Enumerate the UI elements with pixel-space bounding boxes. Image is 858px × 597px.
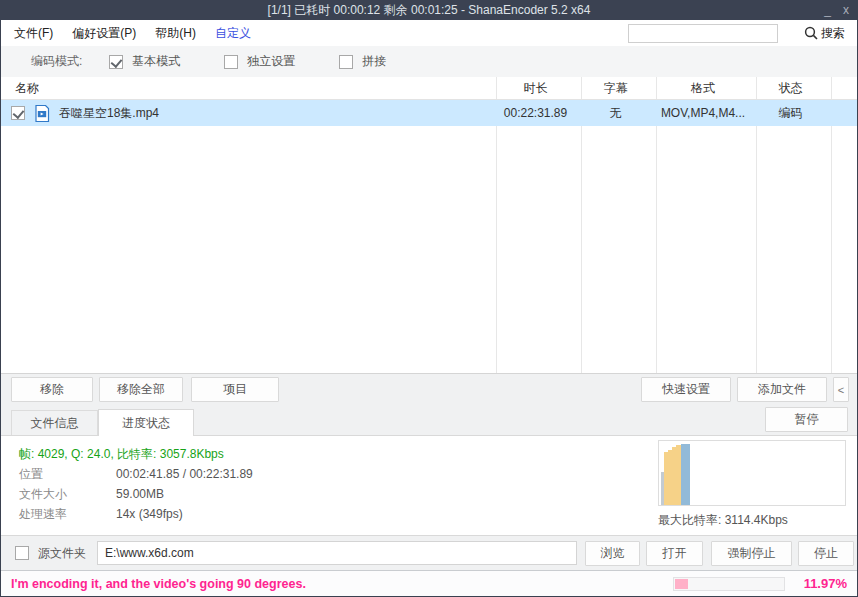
menu-preferences[interactable]: 偏好设置(P): [72, 25, 136, 42]
statusbar: I'm encoding it, and the video's going 9…: [1, 570, 857, 596]
window-controls: _ x: [824, 0, 849, 20]
header-duration[interactable]: 时长: [493, 80, 578, 97]
status-progress-fill: [675, 579, 688, 589]
file-subtitle: 无: [578, 105, 653, 122]
file-format: MOV,MP4,M4...: [653, 106, 753, 120]
bitrate-chart: [658, 440, 846, 506]
menu-help[interactable]: 帮助(H): [155, 25, 196, 42]
header-status[interactable]: 状态: [753, 80, 828, 97]
file-name: 吞噬星空18集.mp4: [59, 105, 159, 122]
window-title: [1/1] 已耗时 00:00:12 剩余 00:01:25 - ShanaEn…: [268, 2, 591, 19]
search-icon: [804, 26, 818, 40]
output-path-input[interactable]: [97, 541, 577, 565]
filesize-label: 文件大小: [19, 486, 116, 503]
remove-button[interactable]: 移除: [11, 377, 93, 402]
source-folder-label: 源文件夹: [38, 545, 86, 562]
source-folder-checkbox[interactable]: [15, 546, 29, 560]
search-input[interactable]: [628, 24, 778, 43]
row-checkbox[interactable]: [11, 106, 25, 120]
mode-option-independent-label: 独立设置: [247, 53, 295, 70]
encode-mode-label: 编码模式:: [31, 53, 82, 70]
position-label: 位置: [19, 466, 116, 483]
tab-file-info[interactable]: 文件信息: [11, 410, 98, 435]
pause-button[interactable]: 暂停: [765, 407, 848, 432]
menu-file[interactable]: 文件(F): [14, 25, 53, 42]
remove-all-button[interactable]: 移除全部: [99, 377, 183, 402]
tab-progress-status[interactable]: 进度状态: [98, 409, 194, 436]
tabs-row: 文件信息 进度状态 暂停: [1, 405, 857, 436]
stop-button[interactable]: 停止: [798, 541, 854, 566]
table-header: 名称 时长 字幕 格式 状态: [1, 77, 857, 100]
encode-mode-row: 编码模式: 基本模式 独立设置 拼接: [1, 46, 857, 77]
header-subtitle[interactable]: 字幕: [578, 80, 653, 97]
progress-percent: 11.97%: [797, 576, 847, 591]
checkbox-icon[interactable]: [109, 55, 123, 69]
filesize-value: 59.00MB: [116, 487, 164, 501]
collapse-button[interactable]: <: [833, 377, 849, 402]
menu-customize[interactable]: 自定义: [215, 25, 251, 42]
browse-button[interactable]: 浏览: [585, 541, 640, 566]
file-duration: 00:22:31.89: [493, 106, 578, 120]
titlebar: [1/1] 已耗时 00:00:12 剩余 00:01:25 - ShanaEn…: [0, 0, 858, 20]
minimize-button[interactable]: _: [824, 3, 831, 17]
speed-value: 14x (349fps): [116, 507, 183, 521]
mode-option-concat-label: 拼接: [362, 53, 386, 70]
file-status: 编码: [753, 105, 828, 122]
quick-settings-button[interactable]: 快速设置: [641, 377, 731, 402]
checkbox-icon[interactable]: [339, 55, 353, 69]
mode-option-independent[interactable]: 独立设置: [224, 53, 295, 70]
mode-option-basic[interactable]: 基本模式: [109, 53, 180, 70]
video-file-icon: [34, 105, 50, 122]
mode-option-concat[interactable]: 拼接: [339, 53, 386, 70]
position-value: 00:02:41.85 / 00:22:31.89: [116, 467, 253, 481]
checkbox-icon[interactable]: [224, 55, 238, 69]
header-format[interactable]: 格式: [653, 80, 753, 97]
speed-label: 处理速率: [19, 506, 116, 523]
encode-progress-bar: [673, 577, 785, 591]
mode-option-basic-label: 基本模式: [132, 53, 180, 70]
close-button[interactable]: x: [843, 3, 849, 17]
status-message: I'm encoding it, and the video's going 9…: [11, 577, 306, 591]
shanaencoder-window: [1/1] 已耗时 00:00:12 剩余 00:01:25 - ShanaEn…: [0, 0, 858, 597]
search-button[interactable]: 搜索: [804, 25, 845, 42]
file-table: 名称 时长 字幕 格式 状态 吞噬星空18集.mp4 00:22:31.89 无…: [1, 77, 857, 374]
force-stop-button[interactable]: 强制停止: [711, 541, 792, 566]
search-label: 搜索: [821, 25, 845, 42]
list-actions-row: 移除 移除全部 项目 快速设置 添加文件 <: [1, 374, 857, 405]
progress-panel: 帧: 4029, Q: 24.0, 比特率: 3057.8Kbps 位置 00:…: [1, 436, 857, 535]
max-bitrate-label: 最大比特率: 3114.4Kbps: [658, 512, 788, 529]
project-button[interactable]: 项目: [191, 377, 279, 402]
open-button[interactable]: 打开: [646, 541, 703, 566]
file-name-cell: 吞噬星空18集.mp4: [1, 105, 493, 122]
menubar: 文件(F) 偏好设置(P) 帮助(H) 自定义 搜索: [1, 20, 857, 46]
output-folder-row: 源文件夹 浏览 打开 强制停止 停止: [1, 535, 857, 570]
header-name[interactable]: 名称: [1, 80, 493, 97]
table-row[interactable]: 吞噬星空18集.mp4 00:22:31.89 无 MOV,MP4,M4... …: [1, 100, 857, 126]
add-file-button[interactable]: 添加文件: [737, 377, 827, 402]
